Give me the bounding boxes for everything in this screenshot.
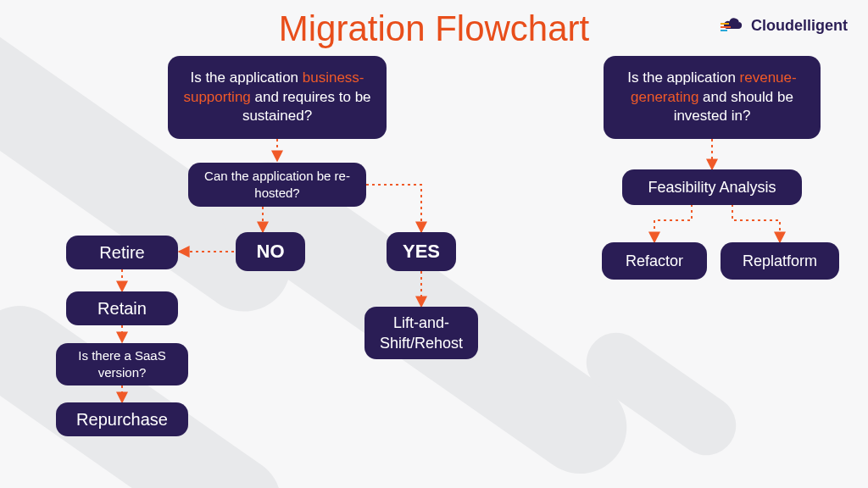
svg-rect-1 [721,26,731,28]
node-yes: YES [387,232,456,271]
node-feasibility-analysis: Feasibility Analysis [622,169,802,205]
node-no: NO [236,232,305,271]
node-refactor: Refactor [602,242,707,280]
text-pre: Is the application [627,69,739,86]
node-lift-and-shift: Lift-and-Shift/Rehost [364,307,478,359]
text-post: and requires to be sustained? [242,89,371,125]
node-repurchase: Repurchase [56,402,188,436]
svg-rect-2 [721,30,727,31]
node-replatform: Replatform [721,242,839,280]
node-q-rehost: Can the application be re-hosted? [188,163,366,207]
node-q-business-supporting: Is the application business-supporting a… [168,56,387,139]
svg-rect-0 [721,23,729,25]
node-q-saas: Is there a SaaS version? [56,343,188,385]
text-pre: Is the application [190,69,302,86]
brand-logo: Cloudelligent [722,15,848,36]
node-retire: Retire [66,236,178,269]
node-retain: Retain [66,291,178,325]
brand-name: Cloudelligent [751,17,848,35]
bars-icon [721,19,732,35]
flowchart-canvas: Is the application business-supporting a… [0,0,868,488]
node-q-revenue-generating: Is the application revenue-generating an… [604,56,821,139]
